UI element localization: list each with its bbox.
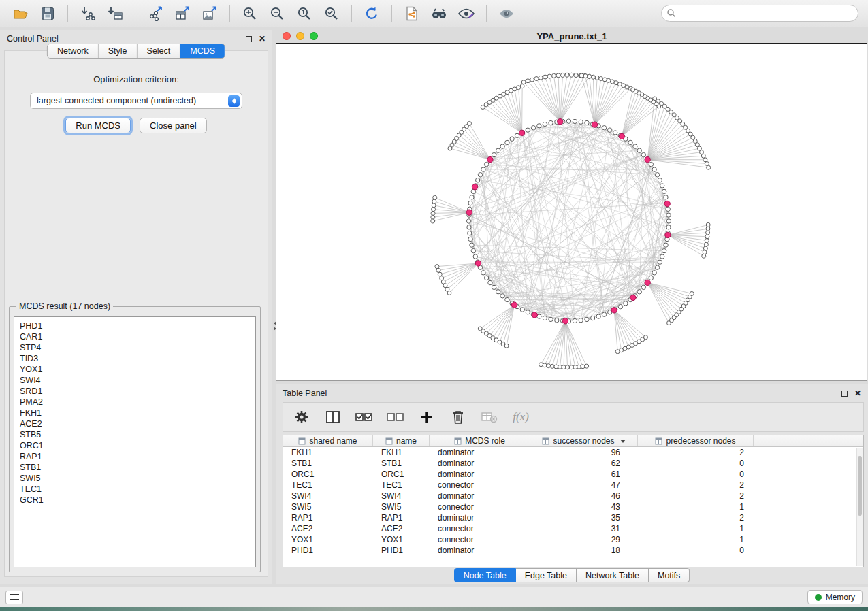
network-node[interactable] — [543, 122, 547, 126]
network-node[interactable] — [570, 73, 574, 77]
tab-node-table[interactable]: Node Table — [454, 568, 516, 582]
network-node[interactable] — [655, 265, 659, 269]
document-share-button[interactable] — [398, 3, 425, 24]
network-node[interactable] — [703, 250, 707, 254]
mcds-result-item[interactable]: ORC1 — [20, 440, 250, 451]
network-dominator-node[interactable] — [562, 318, 568, 324]
network-node[interactable] — [703, 246, 707, 250]
mcds-result-item[interactable]: SRD1 — [20, 386, 250, 397]
network-node[interactable] — [549, 317, 553, 321]
network-node[interactable] — [441, 280, 445, 284]
network-node[interactable] — [658, 178, 662, 182]
network-node[interactable] — [573, 119, 577, 123]
network-node[interactable] — [558, 365, 562, 369]
network-node[interactable] — [613, 131, 617, 135]
network-node[interactable] — [481, 271, 485, 275]
tab-network-table[interactable]: Network Table — [577, 568, 649, 582]
table-row[interactable]: TEC1TEC1connector472 — [283, 480, 863, 491]
float-table-panel-icon[interactable] — [841, 391, 848, 397]
select-all-button[interactable] — [354, 407, 374, 427]
mcds-result-item[interactable]: FKH1 — [20, 408, 250, 418]
network-node[interactable] — [590, 316, 594, 320]
mcds-result-item[interactable]: PMA2 — [20, 397, 250, 408]
network-node[interactable] — [664, 195, 668, 199]
column-header-name[interactable]: name — [373, 435, 430, 446]
table-row[interactable]: SWI4SWI4dominator462 — [283, 491, 863, 501]
splitter-toggle[interactable] — [273, 320, 276, 332]
network-dominator-node[interactable] — [511, 302, 517, 308]
tab-network[interactable]: Network — [48, 44, 99, 58]
network-node[interactable] — [432, 208, 436, 212]
network-node[interactable] — [707, 165, 711, 169]
mcds-result-item[interactable]: TEC1 — [20, 484, 250, 495]
network-node[interactable] — [658, 260, 662, 264]
network-node[interactable] — [556, 73, 560, 78]
network-node[interactable] — [488, 280, 492, 284]
network-node[interactable] — [610, 80, 614, 84]
network-node[interactable] — [431, 211, 435, 215]
network-node[interactable] — [579, 120, 583, 124]
close-panel-icon[interactable]: ✕ — [259, 35, 266, 43]
network-node[interactable] — [666, 207, 670, 211]
network-node[interactable] — [470, 243, 474, 247]
network-node[interactable] — [448, 146, 452, 150]
mcds-result-item[interactable]: STB1 — [20, 462, 250, 473]
network-dominator-node[interactable] — [466, 210, 472, 215]
network-node[interactable] — [655, 173, 659, 177]
minimize-window-icon[interactable] — [296, 32, 304, 40]
network-node[interactable] — [581, 365, 585, 369]
network-node[interactable] — [649, 276, 653, 280]
zoom-fit-selected-button[interactable] — [318, 3, 345, 24]
network-node[interactable] — [573, 365, 577, 369]
network-node[interactable] — [520, 84, 524, 88]
network-node[interactable] — [473, 254, 477, 259]
network-node[interactable] — [468, 201, 472, 205]
tab-select[interactable]: Select — [138, 44, 181, 58]
network-node[interactable] — [649, 162, 653, 166]
network-node[interactable] — [547, 364, 551, 368]
network-node[interactable] — [475, 178, 479, 182]
table-row[interactable]: PHD1PHD1dominator180 — [283, 545, 863, 556]
network-node[interactable] — [432, 203, 436, 208]
network-node[interactable] — [595, 76, 599, 80]
network-dominator-node[interactable] — [611, 308, 617, 313]
network-node[interactable] — [526, 79, 530, 83]
network-node[interactable] — [562, 365, 566, 369]
network-node[interactable] — [596, 314, 600, 318]
network-node[interactable] — [467, 225, 471, 229]
network-node[interactable] — [478, 173, 482, 177]
open-folder-button[interactable] — [7, 3, 34, 24]
network-node[interactable] — [530, 78, 534, 82]
network-node[interactable] — [666, 213, 671, 217]
refresh-layout-button[interactable] — [358, 3, 385, 24]
mcds-result-item[interactable]: STP4 — [20, 342, 250, 353]
network-node[interactable] — [440, 276, 444, 280]
network-node[interactable] — [537, 124, 541, 128]
network-node[interactable] — [500, 294, 504, 298]
network-node[interactable] — [549, 120, 553, 125]
tab-edge-table[interactable]: Edge Table — [516, 568, 577, 582]
table-scrollbar[interactable] — [856, 448, 863, 566]
network-node[interactable] — [705, 235, 709, 239]
network-node[interactable] — [510, 137, 514, 141]
tab-style[interactable]: Style — [99, 44, 138, 58]
network-node[interactable] — [637, 148, 641, 152]
network-node[interactable] — [492, 285, 496, 289]
network-node[interactable] — [585, 317, 589, 321]
network-node[interactable] — [660, 184, 664, 188]
network-node[interactable] — [504, 344, 509, 348]
network-node[interactable] — [573, 318, 577, 323]
network-node[interactable] — [565, 73, 569, 77]
table-row[interactable]: YOX1YOX1connector291 — [283, 534, 863, 545]
network-node[interactable] — [588, 74, 592, 78]
network-node[interactable] — [633, 144, 637, 148]
network-node[interactable] — [547, 74, 551, 78]
network-node[interactable] — [543, 363, 547, 367]
network-node[interactable] — [701, 154, 705, 158]
close-panel-button[interactable]: Close panel — [140, 118, 207, 133]
network-node[interactable] — [520, 308, 524, 312]
network-dominator-node[interactable] — [472, 184, 477, 190]
network-node[interactable] — [554, 365, 558, 369]
network-node[interactable] — [702, 254, 706, 258]
network-node[interactable] — [591, 75, 595, 79]
